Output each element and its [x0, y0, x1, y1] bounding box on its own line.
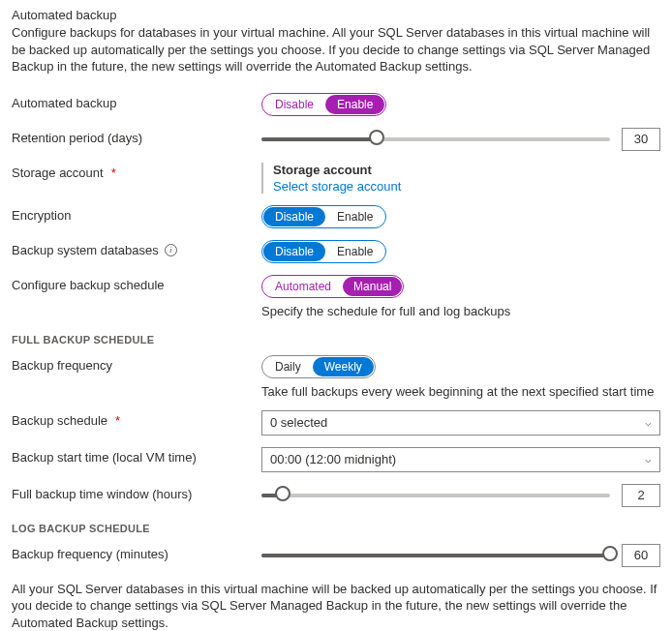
window-label: Full backup time window (hours)	[12, 484, 261, 501]
encryption-enable[interactable]: Enable	[325, 207, 384, 226]
freq-toggle[interactable]: Daily Weekly	[261, 355, 376, 378]
backup-schedule-label: Backup schedule*	[12, 410, 261, 428]
retention-label: Retention period (days)	[12, 128, 261, 145]
automated-backup-enable[interactable]: Enable	[325, 95, 384, 114]
section-description: Configure backups for databases in your …	[12, 24, 660, 75]
sysdbs-label: Backup system databases	[12, 243, 159, 257]
retention-value[interactable]: 30	[622, 128, 660, 151]
schedule-hint: Specify the schedule for full and log ba…	[261, 304, 660, 318]
encryption-disable[interactable]: Disable	[263, 207, 325, 226]
automated-backup-disable[interactable]: Disable	[263, 95, 325, 114]
chevron-down-icon: ⌵	[645, 416, 652, 429]
schedule-toggle[interactable]: Automated Manual	[261, 275, 404, 298]
freq-weekly[interactable]: Weekly	[313, 357, 374, 376]
window-slider[interactable]	[261, 485, 610, 506]
start-time-value: 00:00 (12:00 midnight)	[270, 452, 396, 466]
log-freq-slider[interactable]	[261, 545, 610, 566]
backup-schedule-value: 0 selected	[270, 415, 327, 430]
freq-hint: Take full backups every week beginning a…	[261, 384, 660, 399]
freq-label: Backup frequency	[12, 355, 261, 373]
freq-daily[interactable]: Daily	[263, 357, 313, 376]
encryption-label: Encryption	[12, 205, 261, 223]
window-value[interactable]: 2	[622, 484, 660, 507]
retention-slider[interactable]	[261, 129, 610, 150]
full-backup-section: FULL BACKUP SCHEDULE	[12, 334, 660, 346]
sysdbs-disable[interactable]: Disable	[263, 242, 325, 261]
sysdbs-toggle[interactable]: Disable Enable	[261, 240, 386, 263]
info-icon[interactable]: i	[165, 244, 177, 256]
log-backup-section: LOG BACKUP SCHEDULE	[12, 523, 660, 534]
start-time-dropdown[interactable]: 00:00 (12:00 midnight) ⌵	[261, 447, 660, 472]
log-freq-value[interactable]: 60	[622, 544, 660, 567]
automated-backup-label: Automated backup	[12, 93, 261, 110]
storage-account-title: Storage account	[273, 163, 660, 177]
select-storage-link[interactable]: Select storage account	[273, 179, 660, 194]
storage-label: Storage account*	[12, 163, 261, 180]
sysdbs-enable[interactable]: Enable	[325, 242, 384, 261]
log-freq-label: Backup frequency (minutes)	[12, 544, 261, 561]
footer-text: All your SQL Server databases in this vi…	[12, 581, 660, 631]
schedule-auto[interactable]: Automated	[263, 277, 343, 296]
schedule-manual[interactable]: Manual	[343, 277, 402, 296]
section-title: Automated backup	[12, 8, 660, 22]
schedule-label: Configure backup schedule	[12, 275, 261, 292]
encryption-toggle[interactable]: Disable Enable	[261, 205, 386, 228]
chevron-down-icon: ⌵	[645, 453, 652, 466]
automated-backup-toggle[interactable]: Disable Enable	[261, 93, 386, 116]
start-time-label: Backup start time (local VM time)	[12, 447, 261, 465]
backup-schedule-dropdown[interactable]: 0 selected ⌵	[261, 410, 660, 436]
